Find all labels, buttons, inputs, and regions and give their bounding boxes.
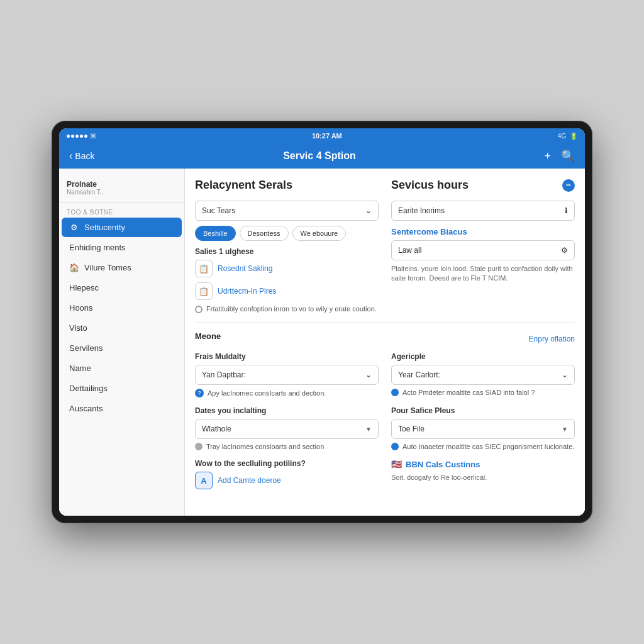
earite-icon: ℹ <box>565 206 568 215</box>
sidebar: Prolnate Namsabin.T... Too & Botne ⚙ Set… <box>59 169 185 516</box>
pour-check-text: Auto Inaaeter moaltite cas SIEC pnganism… <box>402 443 574 450</box>
sidebar-item-label-dettailings: Dettailings <box>69 384 108 393</box>
frais-help-row: ? Apy lacInomec consIcarts and dection. <box>195 389 379 397</box>
search-icon[interactable]: 🔍 <box>561 149 575 163</box>
law-all-input[interactable]: Law all ⚙ <box>391 240 575 260</box>
sidebar-item-helpesc[interactable]: Hlepesc <box>62 278 182 297</box>
add-camte-item[interactable]: A Add Camte doeroe <box>195 472 379 489</box>
meone-title: Meone <box>195 331 221 341</box>
home-icon: 🏠 <box>69 263 79 272</box>
status-right: 4G 🔋 <box>558 133 577 140</box>
sidebar-section-label: Too & Botne <box>59 205 184 217</box>
sidebar-item-label-helpesc: Hlepesc <box>69 283 99 292</box>
pour-label: Pour Safice Pleus <box>391 406 575 415</box>
sidebar-item-visto[interactable]: Visto <box>62 318 182 338</box>
law-all-value: Law all <box>398 246 421 255</box>
dates-help-row: Tray lacInomes consloarts and section <box>195 443 379 450</box>
frais-input[interactable]: Yan Daptbar: ⌄ <box>195 365 379 385</box>
meone-two-col-2: Dates you inclalting Wlathole ▼ Tray lac… <box>195 406 575 450</box>
meone-two-col: Frais Muldalty Yan Daptbar: ⌄ ? Apy lacI… <box>195 352 575 397</box>
suc-tears-value: Suc Tears <box>202 206 235 215</box>
toggle-ebouure[interactable]: We ebouure <box>292 226 347 241</box>
back-label: Back <box>75 151 94 161</box>
cellular-signal: 4G <box>558 133 566 140</box>
suc-tears-input[interactable]: Suc Tears ⌄ <box>195 201 379 221</box>
add-icon[interactable]: + <box>544 150 551 163</box>
toggle-beshille[interactable]: Beshille <box>195 226 236 241</box>
toggle-desontess[interactable]: Desontess <box>240 226 289 241</box>
sidebar-item-auscants[interactable]: Auscants <box>62 399 182 418</box>
sidebar-item-value[interactable]: 🏠 Vilure Tomes <box>62 258 182 277</box>
pour-select[interactable]: Toe File ▼ <box>391 419 575 439</box>
service-hours-section: Sevicus hours ✏ Earite Inorims ℹ Senterc… <box>391 179 575 313</box>
sidebar-item-dettailings[interactable]: Dettailings <box>62 379 182 398</box>
bbn-header: 🇺🇸 BBN CaIs Custinns <box>391 459 575 469</box>
frais-help-text: Apy lacInomec consIcarts and dection. <box>208 389 326 397</box>
sentercome-link[interactable]: Sentercome Biacus <box>391 227 575 236</box>
agericple-input[interactable]: Year Carlort: ⌄ <box>391 365 575 385</box>
check-circle-blue-1 <box>391 389 399 396</box>
sidebar-item-label-value: Vilure Tomes <box>84 263 131 272</box>
enpry-action[interactable]: Enpry oflation <box>529 335 575 343</box>
sidebar-item-enabling[interactable]: Enhiding ments <box>62 238 182 257</box>
status-left: ⌘ <box>67 133 96 140</box>
signal-dots <box>67 135 87 138</box>
add-camte-icon: A <box>195 472 213 489</box>
us-flag-icon: 🇺🇸 <box>391 459 402 469</box>
sales-label: Salies 1 ulghese <box>195 247 379 256</box>
frais-label: Frais Muldalty <box>195 352 379 361</box>
radio-button[interactable] <box>195 306 203 313</box>
dates-value: Wlathole <box>202 425 231 433</box>
status-time: 10:27 AM <box>312 132 342 140</box>
earite-input[interactable]: Earite Inorims ℹ <box>391 201 575 221</box>
sidebar-item-hoons[interactable]: Hoons <box>62 298 182 318</box>
agericple-check-text: Acto Pmdeter moaltite cas SIAD into falo… <box>402 389 535 396</box>
divider-1 <box>195 322 575 323</box>
sidebar-item-label-auscants: Auscants <box>69 404 103 413</box>
sidebar-item-name[interactable]: Name <box>62 358 182 378</box>
radio-row: Frtatituibly confoption inron to vo to w… <box>195 305 379 313</box>
service-hours-title: Sevicus hours <box>391 179 469 192</box>
nav-actions: + 🔍 <box>544 149 575 163</box>
nav-title: Servic 4 Sption <box>283 150 356 162</box>
frais-arrow: ⌄ <box>365 370 372 379</box>
toggle-group: Beshille Desontess We ebouure <box>195 226 379 241</box>
battery-indicator: 🔋 <box>570 133 577 140</box>
agericple-icon: ⌄ <box>562 370 568 379</box>
sidebar-item-label-visto: Visto <box>69 323 87 333</box>
choice-label-2: Udrttecm-In Pires <box>218 287 276 296</box>
back-button[interactable]: ‹ Back <box>69 150 94 162</box>
sidebar-item-servilens[interactable]: Servilens <box>62 338 182 358</box>
choice-item-2[interactable]: 📋 Udrttecm-In Pires <box>195 282 379 300</box>
help-icon: ? <box>195 389 204 397</box>
wifi-icon: ⌘ <box>90 133 96 140</box>
sidebar-item-label-hoons: Hoons <box>69 303 93 313</box>
hours-edit-button[interactable]: ✏ <box>562 179 575 192</box>
sidebar-profile: Prolnate Namsabin.T... <box>59 174 184 203</box>
sidebar-item-label-enabling: Enhiding ments <box>69 243 126 252</box>
pour-check-row: Auto Inaaeter moaltite cas SIEC pnganism… <box>391 443 575 450</box>
status-bar: ⌘ 10:27 AM 4G 🔋 <box>59 128 585 143</box>
dates-select[interactable]: Wlathole ▼ <box>195 419 379 439</box>
back-arrow-icon: ‹ <box>69 150 72 162</box>
service-hours-header: Sevicus hours ✏ <box>391 179 575 192</box>
radio-text: Frtatituibly confoption inron to vo to w… <box>206 305 377 313</box>
sidebar-item-label-servilens: Servilens <box>69 343 103 353</box>
earite-value: Earite Inorims <box>398 206 445 215</box>
bottom-two-col: Wow to the seclluling potilins? A Add Ca… <box>195 459 575 494</box>
agericple-check-row: Acto Pmdeter moaltite cas SIAD into falo… <box>391 389 575 396</box>
dates-help-text: Tray lacInomes consloarts and section <box>206 443 324 450</box>
agericple-col: Agericple Year Carlort: ⌄ Acto Pmdeter m… <box>391 352 575 397</box>
dates-including-col: Dates you inclalting Wlathole ▼ Tray lac… <box>195 406 379 450</box>
agericple-label: Agericple <box>391 352 575 361</box>
choice-item-1[interactable]: 📋 Rosednt Sakling <box>195 260 379 277</box>
bbn-link[interactable]: BBN CaIs Custinns <box>406 460 480 469</box>
sidebar-item-settings[interactable]: ⚙ Settucentty <box>62 218 182 237</box>
foreground-layer: Prolnate Namsabin.T... Too & Botne ⚙ Set… <box>59 169 585 516</box>
meone-section: Meone Enpry oflation Frais Muldalty Yan … <box>195 331 575 494</box>
settings-icon: ⚙ <box>69 223 79 232</box>
content-panel: Relacynent Serals Suc Tears ⌄ Beshille D… <box>185 169 585 516</box>
choice-icon-1: 📋 <box>195 260 213 277</box>
ipad-frame: ⌘ 10:27 AM 4G 🔋 ‹ Back Servic 4 Sption +… <box>52 121 592 523</box>
pour-value: Toe File <box>398 425 425 433</box>
